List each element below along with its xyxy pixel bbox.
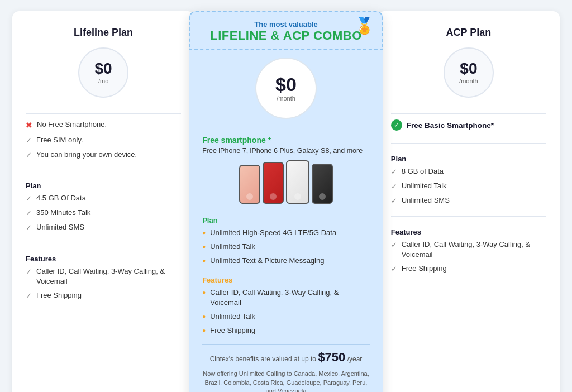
lifeline-price-circle: $0 /mo (78, 47, 128, 98)
check-icon-acp-4: ✓ (391, 264, 397, 274)
check-icon-acp-2: ✓ (391, 196, 397, 206)
plans-container: Lifeline Plan $0 /mo ✖ No Free Smartphon… (12, 11, 560, 392)
check-icon-acp-0: ✓ (391, 167, 397, 177)
lifeline-period: /mo (98, 78, 108, 84)
combo-title: LIFELINE & ACP COMBO (199, 28, 373, 43)
combo-value-banner: Cintex's benefits are valued at up to $7… (202, 344, 370, 367)
acp-card: ACP Plan $0 /month ✓ Free Basic Smartpho… (378, 11, 560, 392)
lifeline-plan-text-0: 4.5 GB Of Data (36, 193, 86, 203)
orange-dot-icon-4: ● (202, 313, 206, 321)
check-icon-3: ✓ (26, 194, 32, 204)
no-smartphone-item: ✖ No Free Smartphone. (26, 119, 181, 131)
acp-free-smartphone: Free Basic Smartphone* (407, 121, 494, 130)
acp-feature-text-0: Caller ID, Call Waiting, 3-Way Calling, … (402, 240, 546, 260)
acp-feature-text-1: Free Shipping (402, 264, 447, 274)
acp-title: ACP Plan (391, 27, 546, 39)
combo-card: The most valuable LIFELINE & ACP COMBO 🏅… (189, 11, 383, 392)
combo-plan-label: Plan (202, 216, 370, 224)
combo-feature-text-2: Free Shipping (210, 326, 255, 336)
free-sim-item: ✓ Free SIM only. (26, 135, 181, 146)
acp-plan-item-2: ✓ Unlimited SMS (391, 195, 546, 206)
lifeline-feature-text-1: Free Shipping (36, 290, 82, 300)
combo-price-circle: $0 /month (255, 58, 317, 119)
combo-feature-1: ● Unlimited Talk (202, 312, 370, 322)
lifeline-card: Lifeline Plan $0 /mo ✖ No Free Smartphon… (12, 11, 194, 392)
combo-feature-0: ● Caller ID, Call Waiting, 3-Way Calling… (202, 288, 370, 308)
combo-feature-2: ● Free Shipping (202, 326, 370, 336)
combo-intl-note: Now offering Unlimited Calling to Canada… (202, 370, 370, 392)
lifeline-title: Lifeline Plan (26, 27, 181, 39)
acp-plan-text-2: Unlimited SMS (402, 195, 450, 205)
combo-free-smartphone-sub: Free iPhone 7, iPhone 6 Plus, Galaxy S8,… (202, 147, 370, 155)
no-smartphone-text: No Free Smartphone. (37, 119, 107, 130)
combo-free-smartphone-label: Free smartphone * (202, 136, 370, 145)
lifeline-price: $0 (95, 61, 112, 77)
acp-period: /month (459, 78, 478, 84)
combo-subtitle: The most valuable (199, 20, 373, 28)
acp-features-label: Features (391, 228, 546, 236)
acp-plan-text-0: 8 GB of Data (402, 166, 444, 176)
acp-plan-label: Plan (391, 155, 546, 163)
combo-plan-item-1: ● Unlimited Talk (202, 242, 370, 252)
check-circle-icon: ✓ (391, 119, 402, 131)
combo-features-label: Features (202, 276, 370, 284)
combo-feature-text-1: Unlimited Talk (210, 312, 255, 322)
check-icon: ✓ (26, 136, 32, 146)
combo-plan-text-0: Unlimited High-Speed 4G LTE/5G Data (210, 228, 336, 238)
lifeline-plan-item-2: ✓ Unlimited SMS (26, 222, 181, 233)
phones-row (202, 160, 370, 204)
check-icon-4: ✓ (26, 208, 32, 218)
combo-plan-item-0: ● Unlimited High-Speed 4G LTE/5G Data (202, 228, 370, 238)
orange-dot-icon-0: ● (202, 229, 206, 237)
phone-black (312, 164, 333, 204)
combo-badge-icon: 🏅 (355, 17, 374, 35)
acp-free-basic-row: ✓ Free Basic Smartphone* (391, 119, 546, 131)
orange-dot-icon-2: ● (202, 257, 206, 265)
lifeline-plan-item-0: ✓ 4.5 GB Of Data (26, 193, 181, 204)
check-icon-2: ✓ (26, 150, 32, 160)
acp-plan-text-1: Unlimited Talk (402, 181, 447, 191)
check-icon-7: ✓ (26, 291, 32, 301)
orange-dot-icon-1: ● (202, 243, 206, 251)
bring-device-item: ✓ You can bring your own device. (26, 150, 181, 160)
lifeline-plan-text-1: 350 Minutes Talk (36, 208, 90, 218)
free-sim-text: Free SIM only. (36, 135, 83, 145)
combo-value-period: /year (347, 355, 363, 363)
combo-value-amount: $750 (318, 350, 345, 364)
acp-feature-0: ✓ Caller ID, Call Waiting, 3-Way Calling… (391, 240, 546, 260)
combo-header: The most valuable LIFELINE & ACP COMBO 🏅 (189, 11, 383, 50)
lifeline-plan-text-2: Unlimited SMS (36, 222, 84, 232)
combo-plan-text-2: Unlimited Text & Picture Messaging (210, 256, 324, 266)
combo-price: $0 (275, 75, 297, 94)
combo-feature-text-0: Caller ID, Call Waiting, 3-Way Calling, … (210, 288, 370, 308)
combo-body: $0 /month Free smartphone * Free iPhone … (189, 50, 383, 392)
bring-device-text: You can bring your own device. (36, 150, 137, 160)
phone-white (286, 160, 309, 204)
check-icon-5: ✓ (26, 223, 32, 233)
check-icon-acp-3: ✓ (391, 240, 397, 250)
phone-rose (239, 165, 260, 204)
lifeline-features-label: Features (26, 255, 181, 263)
acp-feature-1: ✓ Free Shipping (391, 264, 546, 274)
combo-period: /month (277, 95, 295, 102)
acp-plan-item-1: ✓ Unlimited Talk (391, 181, 546, 192)
combo-value-text: Cintex's benefits are valued at up to (210, 355, 316, 363)
cross-icon: ✖ (26, 120, 32, 131)
phone-red (263, 162, 284, 204)
orange-dot-icon-3: ● (202, 289, 206, 297)
combo-plan-text-1: Unlimited Talk (210, 242, 255, 252)
lifeline-plan-label: Plan (26, 181, 181, 190)
acp-price-circle: $0 /month (444, 47, 494, 98)
check-icon-acp-1: ✓ (391, 181, 397, 192)
lifeline-plan-item-1: ✓ 350 Minutes Talk (26, 208, 181, 218)
lifeline-feature-text-0: Caller ID, Call Waiting, 3-Way Calling, … (36, 266, 181, 286)
lifeline-feature-0: ✓ Caller ID, Call Waiting, 3-Way Calling… (26, 266, 181, 286)
orange-dot-icon-5: ● (202, 327, 206, 334)
acp-price: $0 (460, 61, 477, 77)
acp-plan-item-0: ✓ 8 GB of Data (391, 166, 546, 177)
check-icon-6: ✓ (26, 267, 32, 277)
combo-plan-item-2: ● Unlimited Text & Picture Messaging (202, 256, 370, 266)
lifeline-feature-1: ✓ Free Shipping (26, 290, 181, 301)
